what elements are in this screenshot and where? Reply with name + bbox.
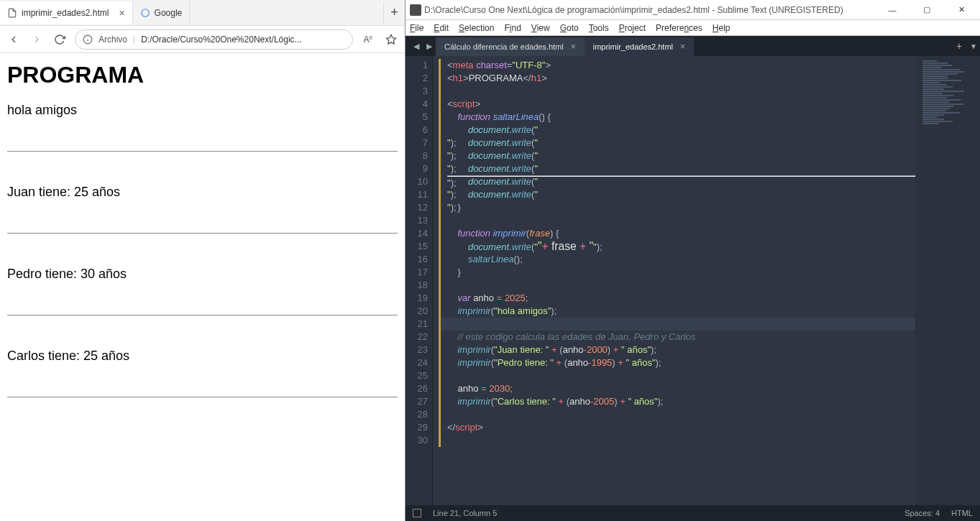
menu-help[interactable]: Help [713,23,731,33]
hr [7,233,398,234]
sublime-tabstrip: ◀ ▶ Cálculo diferencia de edades.html × … [406,36,980,56]
window-title: D:\Oracle\Curso One Next\Lógica de progr… [424,5,843,15]
tab-prev-button[interactable]: ◀ [410,38,423,54]
address-bar[interactable]: Archivo | D:/Oracle/Curso%20One%20Next/L… [75,29,353,50]
favorites-button[interactable] [383,32,399,47]
menu-view[interactable]: View [531,23,550,33]
editor-tab[interactable]: Cálculo diferencia de edades.html × [436,37,585,56]
browser-viewport: PROGRAMA hola amigos Juan tiene: 25 años… [0,53,405,521]
tab-menu-button[interactable]: ▼ [967,42,980,50]
new-file-button[interactable]: + [951,40,967,52]
line-gutter: 1234567891011121314151617181920212223242… [406,56,433,505]
browser-tabstrip: imprimir_edades2.html × Google + [0,0,405,26]
menu-preferences[interactable]: Preferences [656,23,702,33]
menu-tools[interactable]: Tools [589,23,609,33]
menu-edit[interactable]: Edit [434,23,449,33]
browser-tab-title: Google [155,8,183,18]
close-icon[interactable]: × [119,7,124,19]
sublime-titlebar: D:\Oracle\Curso One Next\Lógica de progr… [406,0,980,20]
new-tab-button[interactable]: + [383,2,405,24]
browser-tab-active[interactable]: imprimir_edades2.html × [0,1,133,24]
minimap[interactable] [915,56,980,505]
google-icon [140,8,150,18]
editor-tab-title: Cálculo diferencia de edades.html [444,42,564,51]
editor-tab-title: imprimir_edades2.html [593,42,673,51]
maximize-button[interactable]: ▢ [912,2,941,18]
code-area[interactable]: <meta charset="UTF-8"><h1>PROGRAMA</h1><… [433,56,915,505]
sublime-logo-icon [410,4,421,16]
reload-button[interactable] [52,32,68,47]
forward-button[interactable] [29,32,45,47]
browser-navbar: Archivo | D:/Oracle/Curso%20One%20Next/L… [0,26,405,53]
sublime-window: D:\Oracle\Curso One Next\Lógica de progr… [406,0,980,521]
output-line: hola amigos [7,103,398,118]
indent-setting[interactable]: Spaces: 4 [905,509,940,517]
url-scheme-label: Archivo [99,34,127,45]
hr [7,397,398,397]
url-path: D:/Oracle/Curso%20One%20Next/Lógic... [141,34,301,45]
syntax-mode[interactable]: HTML [951,509,973,517]
output-line: Carlos tiene: 25 años [7,349,398,364]
close-icon[interactable]: × [571,42,576,52]
hr [7,151,398,152]
browser-window: imprimir_edades2.html × Google + Archivo… [0,0,406,521]
hr [7,315,398,315]
read-aloud-button[interactable]: A⁰ [360,32,376,47]
editor-tab-active[interactable]: imprimir_edades2.html × [585,37,694,56]
panel-icon[interactable] [413,509,421,517]
editor-body: 1234567891011121314151617181920212223242… [406,56,980,505]
menu-file[interactable]: File [410,23,423,33]
output-line: Juan tiene: 25 años [7,185,398,200]
window-controls: — ▢ ✕ [878,2,976,18]
cursor-position: Line 21, Column 5 [433,509,497,517]
close-icon[interactable]: × [680,42,685,52]
tab-next-button[interactable]: ▶ [423,38,436,54]
back-button[interactable] [6,32,22,47]
browser-tab[interactable]: Google [133,1,191,24]
close-button[interactable]: ✕ [947,2,976,18]
info-icon [83,34,93,45]
menu-selection[interactable]: Selection [459,23,494,33]
page-heading: PROGRAMA [7,62,398,88]
menu-goto[interactable]: Goto [560,23,579,33]
menu-find[interactable]: Find [504,23,521,33]
minimize-button[interactable]: — [878,2,907,18]
menu-project[interactable]: Project [619,23,646,33]
svg-point-0 [141,9,149,17]
file-icon [7,8,17,18]
output-line: Pedro tiene: 30 años [7,267,398,282]
svg-marker-4 [386,34,395,44]
status-bar: Line 21, Column 5 Spaces: 4 HTML [406,505,980,521]
sublime-menubar: File Edit Selection Find View Goto Tools… [406,20,980,36]
browser-tab-title: imprimir_edades2.html [22,8,109,18]
